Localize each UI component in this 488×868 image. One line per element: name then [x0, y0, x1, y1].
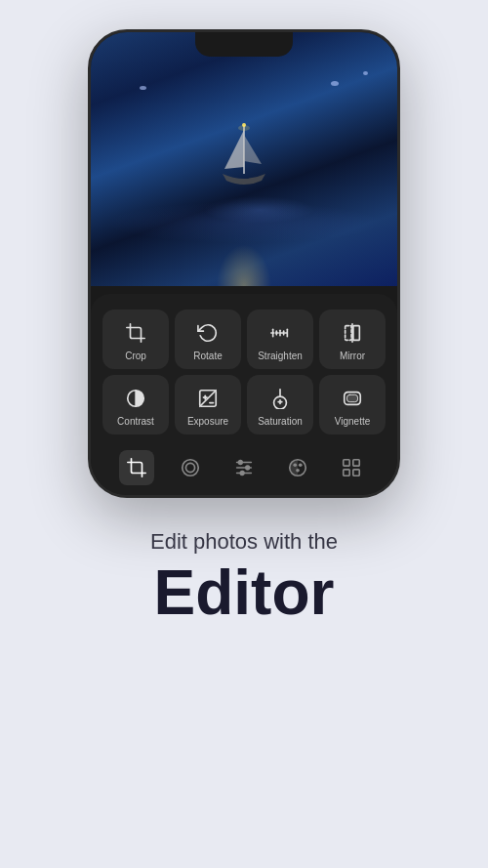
straighten-label: Straighten [258, 351, 303, 361]
rotate-tool[interactable]: Rotate [175, 310, 241, 369]
vignette-icon [339, 385, 366, 412]
svg-line-14 [200, 391, 217, 407]
mirror-label: Mirror [340, 351, 365, 361]
straighten-icon [266, 319, 294, 347]
vignette-label: Vignette [335, 416, 371, 427]
rotate-icon [194, 319, 222, 347]
svg-rect-37 [352, 470, 358, 475]
phone-frame: Crop Rotate [88, 29, 400, 498]
rotate-label: Rotate [193, 351, 222, 361]
svg-point-2 [238, 125, 250, 131]
svg-point-31 [293, 463, 297, 467]
exposure-tool[interactable]: Exposure [175, 375, 241, 434]
saturation-icon [266, 385, 294, 412]
contrast-tool[interactable]: Contrast [102, 375, 169, 434]
subtitle: Edit photos with the [150, 529, 338, 555]
nav-color[interactable] [280, 450, 315, 485]
svg-rect-35 [352, 460, 358, 466]
nav-filter[interactable] [173, 450, 208, 485]
distant-boat-2 [363, 71, 368, 75]
contrast-icon [122, 385, 149, 412]
svg-rect-21 [347, 394, 358, 401]
svg-point-32 [299, 463, 303, 467]
nav-grid[interactable] [334, 450, 369, 485]
exposure-icon [194, 385, 222, 412]
saturation-tool[interactable]: Saturation [247, 375, 313, 434]
svg-point-22 [183, 460, 199, 476]
contrast-label: Contrast [117, 416, 154, 427]
crop-label: Crop [125, 351, 146, 361]
boat-illustration [215, 120, 273, 198]
exposure-label: Exposure [187, 416, 228, 427]
toolbar-panel: Crop Rotate [91, 294, 397, 495]
main-title: Editor [150, 558, 338, 627]
svg-rect-10 [346, 326, 351, 341]
mirror-tool[interactable]: Mirror [319, 310, 386, 369]
crop-icon [122, 319, 149, 347]
svg-point-29 [240, 472, 244, 475]
tool-grid: Crop Rotate [102, 310, 386, 434]
nav-crop[interactable] [119, 450, 154, 485]
distant-boat-1 [331, 81, 339, 86]
light-reflection [205, 208, 283, 286]
saturation-label: Saturation [258, 416, 303, 427]
distant-boat-3 [140, 86, 146, 90]
crop-tool[interactable]: Crop [102, 310, 169, 369]
bottom-text: Edit photos with the Editor [131, 529, 357, 627]
svg-point-28 [246, 466, 250, 470]
svg-rect-9 [353, 326, 359, 341]
svg-point-33 [296, 469, 300, 473]
svg-point-27 [238, 461, 242, 465]
svg-rect-34 [343, 460, 348, 466]
bottom-nav [102, 446, 386, 485]
phone-notch [195, 32, 293, 57]
nav-adjust[interactable] [226, 450, 262, 485]
svg-point-23 [186, 463, 195, 472]
photo-area [91, 32, 397, 286]
straighten-tool[interactable]: Straighten [247, 310, 313, 369]
vignette-tool[interactable]: Vignette [319, 375, 386, 434]
mirror-icon [339, 319, 366, 347]
svg-rect-36 [343, 470, 348, 475]
phone-mockup: Crop Rotate [88, 29, 400, 498]
